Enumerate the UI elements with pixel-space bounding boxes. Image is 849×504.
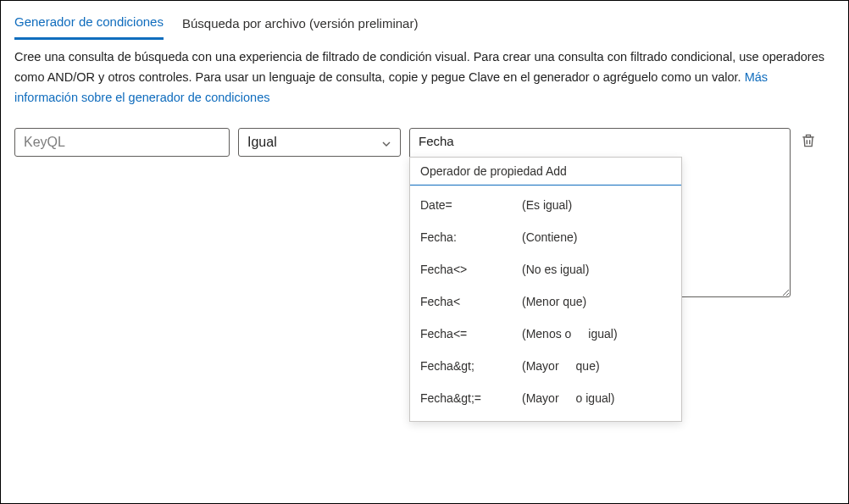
dropdown-label: (No es igual) xyxy=(522,263,589,276)
dropdown-item-greater-or-equal[interactable]: Fecha&gt;= (Mayor o igual) xyxy=(410,382,681,414)
delete-condition-button[interactable] xyxy=(799,133,818,152)
property-select[interactable]: KeyQL xyxy=(14,128,230,157)
operator-select[interactable]: Igual xyxy=(238,128,401,157)
dropdown-label: o igual) xyxy=(576,391,615,405)
dropdown-label: (Es igual) xyxy=(522,198,572,212)
dropdown-symbol: Fecha<> xyxy=(420,263,522,276)
dropdown-label: (Menor que) xyxy=(522,295,586,308)
tab-condition-builder[interactable]: Generador de condiciones xyxy=(14,9,164,40)
dropdown-header: Operador de propiedad Add xyxy=(410,158,681,186)
dropdown-item-contains[interactable]: Fecha: (Contiene) xyxy=(410,221,681,253)
condition-row: KeyQL Igual Operador de propiedad Add Da… xyxy=(14,128,835,301)
dropdown-item-equal[interactable]: Date= (Es igual) xyxy=(410,189,681,221)
description-text: Cree una consulta de búsqueda con una ex… xyxy=(14,47,835,108)
dropdown-symbol: Fecha< xyxy=(420,295,522,308)
dropdown-symbol: Date= xyxy=(420,198,522,212)
dropdown-list: Date= (Es igual) Fecha: (Contiene) Fecha… xyxy=(410,186,681,421)
property-value: KeyQL xyxy=(24,135,65,150)
chevron-down-icon xyxy=(381,137,391,147)
dropdown-symbol: Fecha<= xyxy=(420,327,522,341)
tab-bar: Generador de condiciones Búsqueda por ar… xyxy=(14,9,835,40)
dropdown-item-greater-than[interactable]: Fecha&gt; (Mayor que) xyxy=(410,350,681,382)
dropdown-item-less-or-equal[interactable]: Fecha<= (Menos o igual) xyxy=(410,318,681,350)
dropdown-item-not-equal[interactable]: Fecha<> (No es igual) xyxy=(410,253,681,285)
operator-value: Igual xyxy=(247,135,277,150)
dropdown-label: igual) xyxy=(588,327,617,341)
dropdown-label: que) xyxy=(576,359,600,373)
dropdown-label: (Contiene) xyxy=(522,230,577,244)
dropdown-label: (Mayor xyxy=(522,391,559,405)
trash-icon xyxy=(800,132,817,152)
description-line3a: valor. xyxy=(712,70,745,84)
dropdown-label: (Mayor xyxy=(522,359,559,373)
dropdown-label: (Menos o xyxy=(522,327,571,341)
operator-dropdown: Operador de propiedad Add Date= (Es igua… xyxy=(409,157,682,422)
tab-search-by-file[interactable]: Búsqueda por archivo (versión preliminar… xyxy=(182,11,418,39)
dropdown-symbol: Fecha&gt;= xyxy=(420,391,522,405)
dropdown-item-less-than[interactable]: Fecha< (Menor que) xyxy=(410,285,681,318)
value-area: Operador de propiedad Add Date= (Es igua… xyxy=(409,128,791,301)
description-line1: Cree una consulta de búsqueda con una ex… xyxy=(14,50,759,64)
dropdown-symbol: Fecha: xyxy=(420,230,522,244)
dropdown-symbol: Fecha&gt; xyxy=(420,359,522,373)
